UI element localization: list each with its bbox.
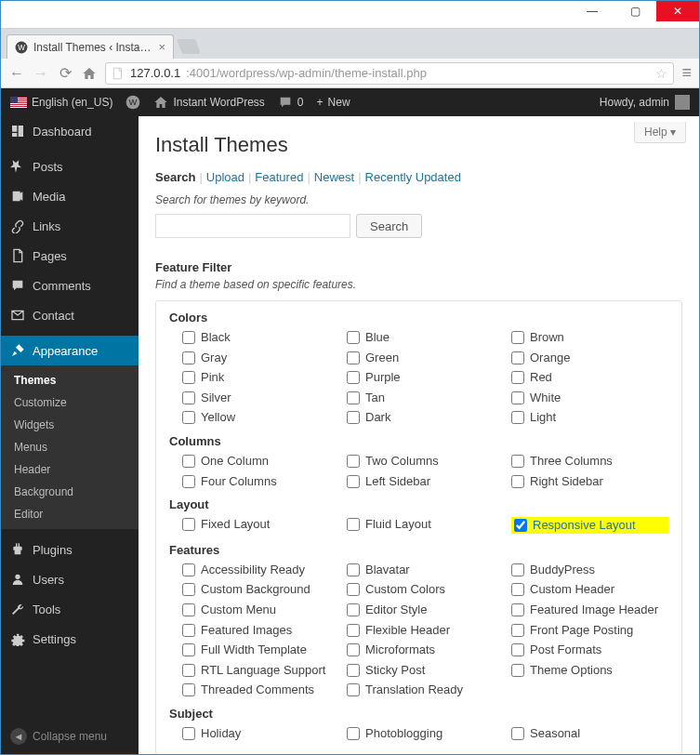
filter-option-brown[interactable]: Brown <box>511 330 668 345</box>
filter-option-left-sidebar[interactable]: Left Sidebar <box>347 474 504 489</box>
filter-checkbox-light[interactable] <box>511 411 524 424</box>
filter-checkbox-white[interactable] <box>511 391 524 404</box>
filter-option-green[interactable]: Green <box>347 351 504 365</box>
filter-checkbox-gray[interactable] <box>182 351 195 364</box>
filter-option-translation-ready[interactable]: Translation Ready <box>347 682 504 697</box>
filter-checkbox-editor-style[interactable] <box>347 603 360 616</box>
filter-checkbox-blue[interactable] <box>347 331 360 344</box>
filter-option-fluid-layout[interactable]: Fluid Layout <box>347 517 504 534</box>
filter-option-accessibility-ready[interactable]: Accessibility Ready <box>182 563 339 577</box>
sidebar-subitem-widgets[interactable]: Widgets <box>1 414 139 436</box>
sidebar-subitem-background[interactable]: Background <box>1 481 139 503</box>
tab-close-icon[interactable]: × <box>158 40 165 54</box>
sidebar-subitem-customize[interactable]: Customize <box>1 391 139 414</box>
filter-checkbox-four-columns[interactable] <box>182 475 195 488</box>
filter-option-rtl-language-support[interactable]: RTL Language Support <box>182 663 339 678</box>
filter-option-post-formats[interactable]: Post Formats <box>511 642 668 657</box>
sidebar-item-comments[interactable]: Comments <box>1 271 139 300</box>
filter-option-orange[interactable]: Orange <box>511 351 668 365</box>
adminbar-wp-logo[interactable]: W <box>125 95 140 110</box>
filter-checkbox-featured-images[interactable] <box>182 624 195 637</box>
filter-tab-search[interactable]: Search <box>155 170 195 184</box>
filter-option-one-column[interactable]: One Column <box>182 454 339 469</box>
filter-checkbox-orange[interactable] <box>511 351 524 364</box>
theme-search-input[interactable] <box>155 214 350 238</box>
filter-option-sticky-post[interactable]: Sticky Post <box>347 663 504 678</box>
filter-option-theme-options[interactable]: Theme Options <box>511 663 668 678</box>
sidebar-item-users[interactable]: Users <box>1 564 139 594</box>
filter-checkbox-post-formats[interactable] <box>511 643 524 656</box>
sidebar-item-links[interactable]: Links <box>1 211 139 241</box>
new-tab-button[interactable] <box>177 39 201 54</box>
filter-option-microformats[interactable]: Microformats <box>347 642 504 657</box>
filter-option-blavatar[interactable]: Blavatar <box>347 563 504 577</box>
filter-checkbox-threaded-comments[interactable] <box>182 683 195 696</box>
search-button[interactable]: Search <box>356 214 422 238</box>
filter-checkbox-custom-colors[interactable] <box>347 583 360 596</box>
filter-checkbox-purple[interactable] <box>347 371 360 384</box>
filter-checkbox-black[interactable] <box>182 331 195 344</box>
filter-checkbox-sticky-post[interactable] <box>347 664 360 677</box>
filter-checkbox-seasonal[interactable] <box>511 727 524 740</box>
bookmark-star-icon[interactable]: ☆ <box>655 66 667 81</box>
filter-checkbox-red[interactable] <box>511 371 524 384</box>
filter-checkbox-featured-image-header[interactable] <box>511 603 524 616</box>
filter-option-seasonal[interactable]: Seasonal <box>511 726 668 741</box>
filter-option-featured-image-header[interactable]: Featured Image Header <box>511 603 668 617</box>
filter-option-flexible-header[interactable]: Flexible Header <box>347 623 504 638</box>
filter-option-photoblogging[interactable]: Photoblogging <box>347 726 504 741</box>
filter-checkbox-photoblogging[interactable] <box>347 727 360 740</box>
sidebar-subitem-editor[interactable]: Editor <box>1 503 139 525</box>
filter-option-yellow[interactable]: Yellow <box>182 410 339 425</box>
filter-option-tan[interactable]: Tan <box>347 391 504 405</box>
filter-option-responsive-layout[interactable]: Responsive Layout <box>511 517 668 534</box>
filter-option-three-columns[interactable]: Three Columns <box>511 454 668 469</box>
adminbar-comments[interactable]: 0 <box>278 95 304 110</box>
filter-option-editor-style[interactable]: Editor Style <box>347 603 504 617</box>
filter-option-full-width-template[interactable]: Full Width Template <box>182 642 339 657</box>
filter-option-holiday[interactable]: Holiday <box>182 726 339 741</box>
filter-checkbox-custom-header[interactable] <box>511 583 524 596</box>
filter-option-front-page-posting[interactable]: Front Page Posting <box>511 623 668 638</box>
sidebar-item-posts[interactable]: Posts <box>1 152 139 181</box>
sidebar-item-plugins[interactable]: Plugins <box>1 535 139 564</box>
filter-option-gray[interactable]: Gray <box>182 351 339 365</box>
filter-option-custom-colors[interactable]: Custom Colors <box>347 582 504 597</box>
filter-option-silver[interactable]: Silver <box>182 391 339 405</box>
browser-menu-button[interactable]: ≡ <box>681 63 692 83</box>
nav-home-button[interactable] <box>81 65 98 82</box>
filter-option-black[interactable]: Black <box>182 330 339 345</box>
nav-reload-button[interactable]: ⟳ <box>57 65 73 82</box>
filter-checkbox-one-column[interactable] <box>182 455 195 468</box>
filter-checkbox-brown[interactable] <box>511 331 524 344</box>
window-maximize-button[interactable]: ▢ <box>614 1 656 21</box>
filter-checkbox-blavatar[interactable] <box>347 563 360 576</box>
filter-checkbox-pink[interactable] <box>182 371 195 384</box>
filter-option-right-sidebar[interactable]: Right Sidebar <box>511 474 668 489</box>
filter-checkbox-holiday[interactable] <box>182 727 195 740</box>
filter-checkbox-tan[interactable] <box>347 391 360 404</box>
filter-option-threaded-comments[interactable]: Threaded Comments <box>182 682 339 697</box>
nav-back-button[interactable]: ← <box>8 65 25 82</box>
filter-checkbox-microformats[interactable] <box>347 643 360 656</box>
sidebar-item-tools[interactable]: Tools <box>1 594 139 624</box>
sidebar-item-dashboard[interactable]: Dashboard <box>1 116 139 146</box>
filter-tab-featured[interactable]: Featured <box>255 170 303 184</box>
filter-checkbox-right-sidebar[interactable] <box>511 475 524 488</box>
filter-option-white[interactable]: White <box>511 391 668 405</box>
filter-option-blue[interactable]: Blue <box>347 330 504 345</box>
url-input[interactable]: 127.0.0.1:4001/wordpress/wp-admin/theme-… <box>105 62 674 85</box>
sidebar-item-appearance[interactable]: Appearance <box>1 336 139 365</box>
filter-option-red[interactable]: Red <box>511 370 668 385</box>
sidebar-item-pages[interactable]: Pages <box>1 241 139 271</box>
adminbar-new[interactable]: +New <box>317 96 350 109</box>
sidebar-item-contact[interactable]: Contact <box>1 300 139 330</box>
sidebar-subitem-menus[interactable]: Menus <box>1 436 139 458</box>
filter-checkbox-left-sidebar[interactable] <box>347 475 360 488</box>
filter-checkbox-buddypress[interactable] <box>511 563 524 576</box>
window-minimize-button[interactable]: — <box>571 1 614 21</box>
filter-checkbox-green[interactable] <box>347 351 360 364</box>
filter-option-pink[interactable]: Pink <box>182 370 339 385</box>
window-close-button[interactable]: ✕ <box>656 1 699 21</box>
filter-checkbox-custom-background[interactable] <box>182 583 195 596</box>
